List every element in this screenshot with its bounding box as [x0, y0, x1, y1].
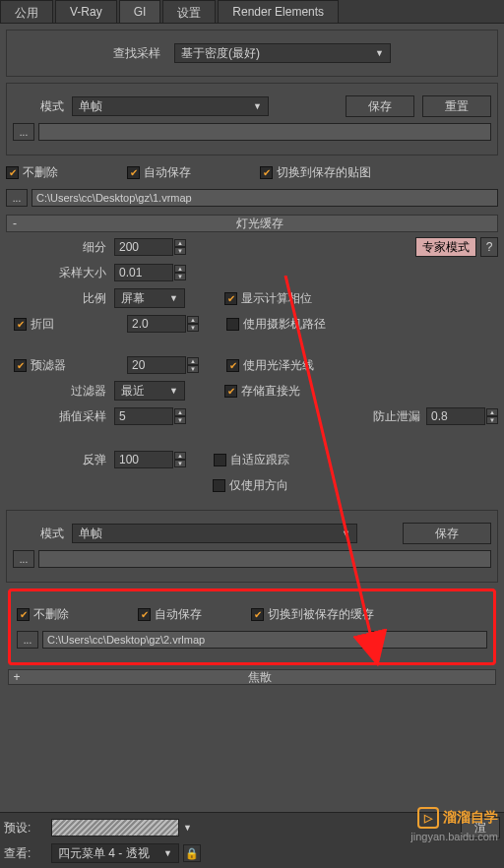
- bounce-input[interactable]: 100: [114, 451, 173, 468]
- chevron-down-icon: ▼: [375, 48, 384, 58]
- switch2-checkbox[interactable]: ✔: [251, 608, 264, 621]
- switch-label: 切换到保存的贴图: [277, 164, 371, 181]
- chevron-down-icon: ▼: [183, 823, 192, 833]
- subdiv-label: 细分: [6, 239, 114, 256]
- tab-render-elements[interactable]: Render Elements: [218, 0, 339, 23]
- autosave-label: 自动保存: [144, 164, 191, 181]
- useglossy-checkbox[interactable]: ✔: [226, 359, 239, 372]
- lock-icon[interactable]: 🔒: [183, 844, 201, 862]
- retrace-checkbox[interactable]: ✔: [14, 318, 27, 331]
- save-button[interactable]: 保存: [346, 95, 414, 117]
- tab-vray[interactable]: V-Ray: [55, 0, 117, 23]
- tab-gi[interactable]: GI: [119, 0, 161, 23]
- section-title: 灯光缓存: [23, 216, 497, 232]
- spinner-buttons[interactable]: ▲▼: [174, 408, 186, 424]
- chevron-down-icon: ▼: [253, 101, 262, 111]
- browse-button[interactable]: ...: [6, 189, 28, 207]
- expand-icon: +: [9, 670, 25, 684]
- showphase-label: 显示计算相位: [241, 290, 312, 307]
- storedir-checkbox[interactable]: ✔: [224, 385, 237, 398]
- keep2-label: 不删除: [33, 606, 69, 623]
- showphase-checkbox[interactable]: ✔: [224, 292, 237, 305]
- highlight-box: ✔ 不删除 ✔ 自动保存 ✔ 切换到被保存的缓存 ... C:\Users\cc…: [8, 589, 496, 665]
- keep-label: 不删除: [23, 164, 58, 181]
- tab-common[interactable]: 公用: [0, 0, 53, 23]
- autosave2-path: C:\Users\cc\Desktop\gz\2.vrlmap: [42, 631, 487, 649]
- render-button[interactable]: 渲: [461, 817, 500, 838]
- scale-dropdown[interactable]: 屏幕▼: [114, 288, 185, 308]
- bounce-label: 反弹: [6, 452, 114, 468]
- only-label: 仅使用方向: [229, 477, 288, 494]
- search-label: 查找采样: [113, 45, 168, 62]
- reset-button[interactable]: 重置: [422, 95, 491, 117]
- prefilter-checkbox[interactable]: ✔: [14, 359, 27, 372]
- mode1-label: 模式: [13, 98, 72, 115]
- expert-mode-button[interactable]: 专家模式: [415, 237, 476, 257]
- switch-checkbox[interactable]: ✔: [260, 166, 273, 179]
- usecam-checkbox[interactable]: ✔: [226, 318, 239, 331]
- preset-label: 预设:: [4, 820, 51, 837]
- search-dropdown[interactable]: 基于密度(最好) ▼: [174, 43, 391, 63]
- autosave2-checkbox[interactable]: ✔: [138, 608, 151, 621]
- save2-button[interactable]: 保存: [403, 523, 491, 544]
- spinner-buttons[interactable]: ▲▼: [174, 265, 186, 280]
- help-button[interactable]: ?: [480, 237, 498, 257]
- adaptive-checkbox[interactable]: ✔: [214, 454, 226, 466]
- search-value: 基于密度(最好): [181, 45, 260, 62]
- chevron-down-icon: ▼: [342, 528, 350, 538]
- usecam-label: 使用摄影机路径: [243, 316, 326, 333]
- mode2-dropdown[interactable]: 单帧 ▼: [72, 524, 357, 543]
- interp-label: 插值采样: [6, 408, 114, 425]
- section-light-cache[interactable]: - 灯光缓存: [6, 215, 498, 232]
- section-caustics-title: 焦散: [25, 669, 495, 686]
- mode1-dropdown[interactable]: 单帧 ▼: [72, 96, 269, 116]
- sampsz-label: 采样大小: [6, 265, 114, 281]
- chevron-down-icon: ▼: [169, 386, 178, 396]
- subdiv-input[interactable]: 200: [114, 238, 173, 256]
- filter-dropdown[interactable]: 最近▼: [114, 381, 185, 401]
- view-label: 查看:: [4, 845, 51, 862]
- switch2-label: 切换到被保存的缓存: [268, 606, 374, 623]
- view-dropdown[interactable]: 四元菜单 4 - 透视 ▼: [51, 843, 179, 863]
- prefilter-input[interactable]: 20: [127, 356, 186, 374]
- autosave2-label: 自动保存: [155, 606, 202, 623]
- storedir-label: 存储直接光: [241, 383, 300, 400]
- preset-dropdown[interactable]: [51, 819, 179, 837]
- only-checkbox[interactable]: ✔: [213, 479, 225, 492]
- useglossy-label: 使用光泽光线: [243, 357, 314, 374]
- adaptive-label: 自适应跟踪: [230, 452, 289, 468]
- chevron-down-icon: ▼: [163, 848, 172, 858]
- autosave-path: C:\Users\cc\Desktop\gz\1.vrmap: [32, 189, 498, 207]
- browse2-button[interactable]: ...: [13, 550, 34, 568]
- path-display: [38, 123, 491, 141]
- interp-input[interactable]: 5: [114, 407, 173, 425]
- sampsz-input[interactable]: 0.01: [114, 264, 173, 281]
- prefilter-label: 预滤器: [31, 357, 113, 374]
- browse-button[interactable]: ...: [13, 123, 34, 141]
- spinner-buttons[interactable]: ▲▼: [174, 239, 186, 255]
- leak-label: 防止泄漏: [373, 408, 420, 425]
- filter-label: 过滤器: [6, 383, 114, 400]
- chevron-down-icon: ▼: [169, 293, 178, 303]
- browse3-button[interactable]: ...: [17, 631, 38, 649]
- tab-settings[interactable]: 设置: [162, 0, 216, 23]
- retrace-input[interactable]: 2.0: [127, 315, 186, 333]
- spinner-buttons[interactable]: ▲▼: [187, 357, 199, 373]
- spinner-buttons[interactable]: ▲▼: [486, 408, 498, 424]
- collapse-icon: -: [7, 217, 23, 230]
- leak-input[interactable]: 0.8: [426, 407, 485, 425]
- mode2-label: 模式: [13, 526, 72, 542]
- keep2-checkbox[interactable]: ✔: [17, 608, 30, 621]
- mode1-value: 单帧: [79, 98, 102, 115]
- retrace-label: 折回: [31, 316, 113, 333]
- scale-label: 比例: [6, 290, 114, 307]
- autosave-checkbox[interactable]: ✔: [127, 166, 140, 179]
- section-caustics[interactable]: + 焦散: [8, 669, 496, 685]
- spinner-buttons[interactable]: ▲▼: [174, 452, 186, 467]
- path2-display: [38, 550, 491, 568]
- keep-checkbox[interactable]: ✔: [6, 166, 19, 179]
- spinner-buttons[interactable]: ▲▼: [187, 316, 199, 332]
